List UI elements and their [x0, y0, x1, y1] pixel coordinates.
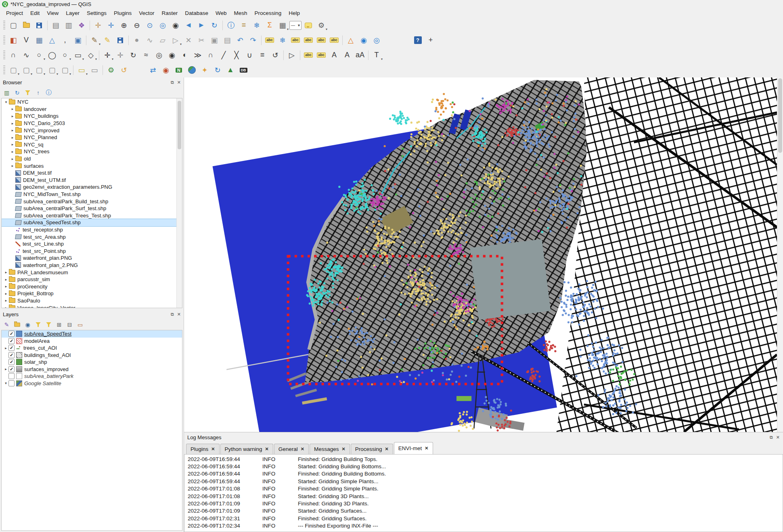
menu-help[interactable]: Help	[285, 9, 304, 17]
menu-web[interactable]: Web	[212, 9, 230, 17]
layer-row-trees-cut-aoi[interactable]: ▸✓trees_cut_AOI	[2, 344, 182, 352]
decorations-button[interactable]: △	[345, 34, 357, 46]
log-tab-plugins[interactable]: Plugins✕	[186, 444, 220, 454]
browser-item-landcover[interactable]: ▸landcover	[2, 106, 182, 113]
browser-scrollbar[interactable]	[176, 98, 182, 308]
sun-position-button[interactable]: ✦	[199, 64, 211, 76]
paste-features-button[interactable]: ▤	[221, 34, 233, 46]
menu-processing[interactable]: Processing	[251, 9, 285, 17]
layer-visibility-checkbox[interactable]	[8, 380, 15, 386]
filter-legend-button[interactable]	[33, 320, 43, 329]
browser-item-parcusstr-sim[interactable]: ▸parcusstr_sim	[2, 276, 182, 283]
close-tab-icon[interactable]: ✕	[301, 446, 304, 452]
browser-item-nyc[interactable]: ▾NYC	[2, 98, 182, 106]
move-label-button[interactable]: abc	[315, 34, 327, 46]
statistical-summary-button[interactable]: ≡	[238, 19, 250, 31]
attribute-table-button[interactable]: ▦▾	[276, 19, 289, 31]
float-panel-icon[interactable]: ⧉	[171, 312, 174, 317]
tree-expand-icon[interactable]: ▸	[10, 128, 15, 132]
float-panel-icon[interactable]: ⧉	[171, 80, 174, 85]
layer-row-solar-shp[interactable]: ✓solar_shp	[2, 359, 182, 366]
tree-expand-icon[interactable]: ▸	[10, 107, 15, 111]
browser-item-par-landesmuseum[interactable]: ▸PAR_Landesmuseum	[2, 269, 182, 276]
layer-expand-icon[interactable]: ▸	[3, 367, 8, 371]
form-annotation-button[interactable]: ▢▾	[59, 64, 71, 76]
image-annotation-button[interactable]: ▢▾	[46, 64, 58, 76]
circle-2points-button[interactable]: ○▾	[33, 49, 45, 61]
layout-manager-button[interactable]: ▥	[63, 19, 75, 31]
layer-visibility-checkbox[interactable]: ✓	[8, 331, 15, 337]
browser-item-subarea-centralpark-trees-test-shp[interactable]: subArea_centralPark_Trees_Test.shp	[2, 212, 182, 219]
tree-expand-icon[interactable]: ▾	[3, 100, 9, 104]
add-raster-layer-button[interactable]: ▦	[33, 34, 45, 46]
toggle-editing-button[interactable]: ✎	[101, 34, 113, 46]
browser-item-geo2envi-extraction-parameters-png[interactable]: geo2envi_extraction_parameters.PNG	[2, 184, 182, 191]
split-features-button[interactable]: ╱	[218, 49, 230, 61]
move-feature-button[interactable]: ✛▾	[101, 49, 113, 61]
tree-expand-icon[interactable]: ▸	[3, 284, 9, 288]
layer-expand-icon[interactable]: ▸	[3, 346, 8, 350]
zoom-full-button[interactable]: ⊙	[144, 19, 156, 31]
vertex-tool-button[interactable]: ▷▾	[170, 34, 182, 46]
layer-row-modelarea[interactable]: ✓modelArea	[2, 338, 182, 345]
close-panel-icon[interactable]: ✕	[776, 435, 780, 440]
menu-project[interactable]: Project	[2, 9, 27, 17]
log-tab-processing[interactable]: Processing✕	[351, 444, 393, 454]
layer-diagram-button[interactable]: ❄	[276, 34, 289, 46]
open-layer-styling-button[interactable]: ✎	[2, 320, 11, 329]
close-panel-icon[interactable]: ✕	[177, 80, 181, 85]
pin-unpin-labels-button[interactable]: abc	[302, 49, 314, 61]
project-open-button[interactable]	[20, 19, 32, 31]
map-canvas[interactable]	[184, 77, 777, 432]
menu-vector[interactable]: Vector	[135, 9, 158, 17]
map-tips-button[interactable]	[302, 19, 314, 31]
browser-item-subarea-speedtest-shp[interactable]: subArea_SpeedTest.shp	[2, 219, 182, 226]
browser-item-dem-test-utm-tif[interactable]: DEM_test_UTM.tif	[2, 177, 182, 184]
browser-item-dem-test-tif[interactable]: DEM_test.tif	[2, 169, 182, 177]
browser-item-nyc-planned[interactable]: ▸NYC_Planned	[2, 134, 182, 141]
simplify-feature-button[interactable]: ≈	[140, 49, 152, 61]
rotate-feature-button[interactable]: ↻	[127, 49, 139, 61]
browser-item-subarea-centralpark-build-test-shp[interactable]: subArea_centralPark_Build_test.shp	[2, 198, 182, 205]
nnjoin-plugin-button[interactable]: N	[173, 64, 185, 76]
layer-visibility-checkbox[interactable]: ✓	[8, 345, 15, 351]
change-label-button[interactable]: abc	[328, 34, 340, 46]
redo-button[interactable]: ↷	[247, 34, 259, 46]
copy-features-button[interactable]: ▣	[208, 34, 220, 46]
geocoder-button[interactable]: ◎	[371, 34, 383, 46]
temporal-controller-button[interactable]: ❄	[251, 19, 263, 31]
add-line-feature-button[interactable]: ∿	[144, 34, 156, 46]
browser-item-progreencity[interactable]: ▸proGreencity	[2, 283, 182, 290]
data-source-manager-button[interactable]: ◧	[7, 34, 19, 46]
map-refresh-button[interactable]: ↻	[208, 19, 220, 31]
browser-item-nyc-midtown-test-shp[interactable]: NYC_MidTown_Test.shp	[2, 191, 182, 198]
log-tab-general[interactable]: General✕	[274, 444, 309, 454]
svg-annotation-button[interactable]: ▢▾	[33, 64, 45, 76]
zoom-next-button[interactable]: ►	[195, 19, 207, 31]
zoom-out-button[interactable]: ⊖	[131, 19, 143, 31]
rotate-point-symbols-button[interactable]: ↺	[269, 49, 281, 61]
close-tab-icon[interactable]: ✕	[342, 446, 345, 452]
filter-browser-button[interactable]	[23, 88, 32, 97]
db-manager-button[interactable]: DB	[237, 64, 249, 76]
reshape-features-button[interactable]: ∩	[205, 49, 217, 61]
remove-layer-button[interactable]: ▭	[75, 320, 85, 329]
pan-map-button[interactable]: ✛	[92, 19, 104, 31]
tree-expand-icon[interactable]: ▸	[10, 164, 15, 168]
save-layer-edits-button[interactable]	[114, 34, 126, 46]
tree-expand-icon[interactable]: ▸	[3, 270, 9, 274]
browser-item-nyc-sq[interactable]: ▸NYC_sq	[2, 141, 182, 148]
tree-expand-icon[interactable]: ▸	[10, 142, 15, 146]
browser-item-nyc-dario-2503[interactable]: ▸NYC_Dario_2503	[2, 120, 182, 127]
layer-row-surfaces-improved[interactable]: ▸✓surfaces_improved	[2, 366, 182, 373]
menu-mesh[interactable]: Mesh	[230, 9, 251, 17]
collapse-all-button[interactable]: ↑	[33, 88, 43, 97]
tree-expand-icon[interactable]: ▸	[3, 298, 9, 303]
add-point-feature-button[interactable]: ●	[131, 34, 143, 46]
options-button[interactable]: ⚙▾	[315, 19, 327, 31]
help-button[interactable]: ?	[412, 34, 424, 46]
processing-history-button[interactable]: ↺	[118, 64, 130, 76]
layer-expand-icon[interactable]: ▾	[3, 381, 8, 385]
cut-features-button[interactable]: ✂	[195, 34, 207, 46]
move-annotation-button[interactable]: ▢▾	[7, 64, 19, 76]
